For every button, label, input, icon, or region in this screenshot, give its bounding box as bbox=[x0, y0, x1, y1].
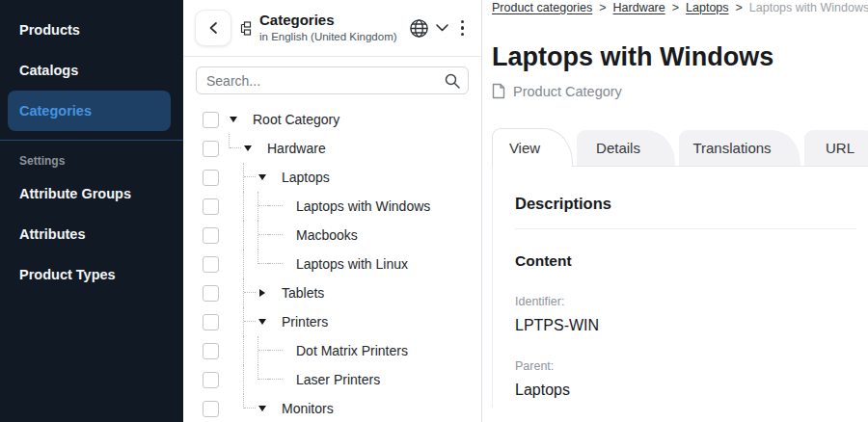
search-input[interactable] bbox=[196, 66, 469, 94]
tree-item-label[interactable]: Tablets bbox=[282, 285, 324, 301]
tree-checkbox[interactable] bbox=[203, 314, 219, 330]
tree-item-label[interactable]: Laptops with Windows bbox=[296, 198, 430, 214]
sidebar-item-attributes[interactable]: Attributes bbox=[8, 214, 171, 254]
tree-indent-guide bbox=[226, 307, 240, 336]
breadcrumb: Product categories>Hardware>Laptops>Lapt… bbox=[492, 0, 868, 14]
tree-checkbox[interactable] bbox=[203, 343, 219, 359]
tree-row: Tablets bbox=[183, 278, 481, 307]
tree-indent-guide bbox=[226, 250, 240, 278]
breadcrumb-link[interactable]: Hardware bbox=[613, 1, 665, 14]
tab-content: Descriptions Content Identifier:LPTPS-WI… bbox=[492, 167, 868, 408]
language-switcher[interactable] bbox=[409, 18, 448, 39]
tree-row: Dot Matrix Printers bbox=[183, 336, 481, 365]
collapse-arrow-icon[interactable] bbox=[226, 105, 247, 134]
tree-indent-guide bbox=[240, 336, 255, 365]
breadcrumb-separator: > bbox=[599, 1, 606, 14]
categories-panel-header: Categories in English (United Kingdom) bbox=[183, 0, 481, 57]
sidebar-main-items: ProductsCatalogsCategories bbox=[0, 10, 183, 131]
tab-view[interactable]: View bbox=[492, 128, 573, 167]
field-label: Identifier: bbox=[515, 295, 868, 308]
collapse-arrow-icon[interactable] bbox=[255, 394, 276, 422]
search-icon bbox=[445, 73, 460, 89]
categories-panel: Categories in English (United Kingdom) bbox=[183, 0, 482, 422]
tree-connector bbox=[269, 192, 290, 221]
tree-checkbox[interactable] bbox=[203, 227, 219, 244]
sidebar-item-catalogs[interactable]: Catalogs bbox=[8, 50, 171, 91]
panel-locale-subtitle: in English (United Kingdom) bbox=[259, 30, 397, 43]
tab-details[interactable]: Details bbox=[577, 130, 675, 166]
tree-item-label[interactable]: Laptops with Linux bbox=[296, 256, 408, 272]
tree-item-label[interactable]: Laptops bbox=[282, 170, 330, 185]
tree-indent-guide bbox=[240, 307, 255, 336]
sidebar-item-categories[interactable]: Categories bbox=[8, 91, 171, 131]
tree-item-label[interactable]: Macbooks bbox=[296, 227, 358, 243]
tree-item-label[interactable]: Monitors bbox=[282, 401, 334, 416]
document-icon bbox=[492, 83, 505, 99]
sidebar-item-attribute-groups[interactable]: Attribute Groups bbox=[8, 173, 171, 214]
category-tree: Root CategoryHardwareLaptopsLaptops with… bbox=[183, 100, 481, 422]
tree-checkbox[interactable] bbox=[203, 401, 219, 417]
field-value: Laptops bbox=[515, 382, 868, 399]
tree-indent-guide bbox=[240, 221, 255, 250]
field-list: Identifier:LPTPS-WINParent:Laptops bbox=[515, 295, 868, 399]
breadcrumb-separator: > bbox=[672, 1, 679, 14]
tree-item-label[interactable]: Dot Matrix Printers bbox=[296, 343, 408, 358]
tree-indent-guide bbox=[226, 163, 240, 192]
tree-connector bbox=[269, 250, 290, 278]
kebab-menu-button[interactable] bbox=[455, 16, 471, 40]
tree-item-label[interactable]: Hardware bbox=[267, 141, 326, 156]
tab-translations[interactable]: Translations bbox=[679, 130, 800, 166]
tree-indent-guide bbox=[226, 365, 240, 394]
collapse-arrow-icon[interactable] bbox=[255, 307, 276, 336]
tree-checkbox[interactable] bbox=[203, 198, 219, 215]
panel-title: Categories bbox=[259, 12, 397, 30]
tree-checkbox[interactable] bbox=[203, 112, 219, 128]
chevron-left-icon bbox=[207, 21, 220, 35]
tree-indent-guide bbox=[255, 365, 269, 394]
tree-connector bbox=[269, 336, 290, 365]
tree-indent-guide bbox=[226, 192, 240, 221]
sidebar-item-products[interactable]: Products bbox=[8, 10, 171, 50]
category-tree-icon bbox=[238, 21, 253, 36]
tab-bar: ViewDetailsTranslationsURL bbox=[492, 128, 868, 167]
tree-indent-guide bbox=[226, 221, 240, 250]
expand-arrow-icon[interactable] bbox=[255, 278, 276, 307]
tree-row: Hardware bbox=[183, 134, 481, 163]
tree-checkbox[interactable] bbox=[203, 285, 219, 302]
tree-connector bbox=[269, 221, 290, 250]
tree-checkbox[interactable] bbox=[203, 372, 219, 388]
tree-item-label[interactable]: Root Category bbox=[253, 112, 339, 127]
tree-connector bbox=[269, 365, 290, 394]
breadcrumb-link[interactable]: Product categories bbox=[492, 1, 592, 14]
sidebar: ProductsCatalogsCategories Settings Attr… bbox=[0, 0, 183, 422]
tree-indent-guide bbox=[255, 192, 269, 221]
tree-row: Laser Printers bbox=[183, 365, 481, 394]
tree-indent-guide bbox=[240, 394, 255, 422]
tab-url[interactable]: URL bbox=[804, 130, 868, 166]
tree-row: Monitors bbox=[183, 394, 481, 422]
panel-titles: Categories in English (United Kingdom) bbox=[259, 12, 397, 43]
tree-indent-guide bbox=[240, 250, 255, 278]
breadcrumb-separator: > bbox=[736, 1, 743, 14]
tree-row: Laptops with Linux bbox=[183, 250, 481, 278]
breadcrumb-link[interactable]: Laptops bbox=[686, 1, 728, 14]
search-row bbox=[183, 57, 481, 100]
collapse-arrow-icon[interactable] bbox=[255, 163, 276, 192]
sidebar-item-product-types[interactable]: Product Types bbox=[8, 254, 171, 295]
subsection-heading: Content bbox=[515, 252, 868, 270]
tree-row: Root Category bbox=[183, 105, 481, 134]
collapse-arrow-icon[interactable] bbox=[240, 134, 261, 163]
app-window: ProductsCatalogsCategories Settings Attr… bbox=[0, 0, 868, 422]
sidebar-section-label: Settings bbox=[0, 141, 183, 173]
tree-checkbox[interactable] bbox=[203, 256, 219, 273]
tree-indent-guide bbox=[240, 163, 255, 192]
back-button[interactable] bbox=[195, 10, 231, 46]
field-value: LPTPS-WIN bbox=[515, 317, 868, 334]
tree-row: Laptops with Windows bbox=[183, 192, 481, 221]
tree-indent-guide bbox=[255, 250, 269, 278]
tree-item-label[interactable]: Printers bbox=[282, 314, 328, 330]
tree-checkbox[interactable] bbox=[203, 170, 219, 186]
tree-item-label[interactable]: Laser Printers bbox=[296, 372, 380, 387]
main-panel: Product categories>Hardware>Laptops>Lapt… bbox=[482, 0, 868, 422]
tree-checkbox[interactable] bbox=[203, 141, 219, 157]
